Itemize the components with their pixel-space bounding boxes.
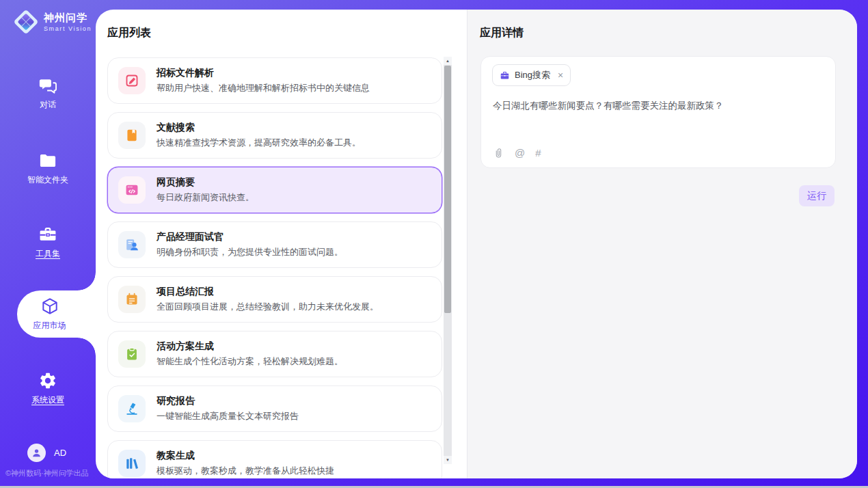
sidebar-item-system-settings[interactable]: 系统设置 — [0, 368, 96, 409]
person-icon — [31, 447, 42, 459]
app-description: 帮助用户快速、准确地理解和解析招标书中的关键信息 — [157, 82, 370, 94]
scroll-down-icon[interactable]: ▼ — [444, 456, 452, 464]
brand-logo: 神州问学 Smart Vision — [12, 8, 92, 36]
user-profile[interactable]: AD — [27, 444, 66, 462]
brand-text: 神州问学 Smart Vision — [44, 12, 92, 32]
app-card-web-summary[interactable]: 网页摘要 每日政府新闻资讯快查。 — [107, 167, 442, 213]
gear-icon — [38, 371, 57, 390]
app-card-project-summary-report[interactable]: 项目总结汇报 全面回顾项目进展，总结经验教训，助力未来优化发展。 — [107, 276, 442, 323]
app-list: 招标文件解析 帮助用户快速、准确地理解和解析招标书中的关键信息 文献搜索 快速精… — [107, 57, 442, 478]
app-name: 文献搜索 — [157, 122, 361, 134]
app-description: 全面回顾项目进展，总结经验教训，助力未来优化发展。 — [157, 301, 379, 313]
composer-toolbar: @ # — [493, 147, 541, 159]
sidebar-item-smart-folders[interactable]: 智能文件夹 — [0, 148, 96, 189]
web-code-icon — [118, 176, 146, 204]
app-name: 产品经理面试官 — [157, 231, 343, 243]
app-list-title: 应用列表 — [107, 26, 151, 40]
sidebar: 神州问学 Smart Vision 对话 智能文件夹 工具集 应用市场 系统设置… — [0, 0, 96, 488]
close-icon[interactable]: × — [558, 70, 563, 80]
app-name: 网页摘要 — [157, 176, 254, 189]
mention-icon[interactable]: @ — [515, 148, 525, 158]
chat-icon — [38, 76, 57, 95]
prompt-card: Bing搜索 × 今日湖北有哪些新闻要点？有哪些需要关注的最新政策？ @ # — [480, 56, 836, 168]
app-detail-panel: 应用详情 Bing搜索 × 今日湖北有哪些新闻要点？有哪些需要关注的最新政策？ … — [467, 10, 857, 478]
hashtag-icon[interactable]: # — [535, 148, 541, 158]
sidebar-item-label: 系统设置 — [31, 394, 64, 406]
report-note-icon — [118, 286, 146, 313]
sidebar-item-app-market[interactable]: 应用市场 — [17, 290, 96, 338]
run-button[interactable]: 运行 — [799, 185, 835, 206]
app-card-bid-document-parsing[interactable]: 招标文件解析 帮助用户快速、准确地理解和解析招标书中的关键信息 — [107, 57, 442, 104]
scroll-up-icon[interactable]: ▲ — [444, 57, 452, 65]
app-card-research-report[interactable]: 研究报告 一键智能生成高质量长文本研究报告 — [107, 385, 442, 432]
app-description: 每日政府新闻资讯快查。 — [157, 191, 254, 204]
tool-tag-label: Bing搜索 — [515, 69, 550, 81]
app-window: 神州问学 Smart Vision 对话 智能文件夹 工具集 应用市场 系统设置… — [0, 0, 868, 488]
app-card-event-plan-generation[interactable]: 活动方案生成 智能生成个性化活动方案，轻松解决规划难题。 — [107, 331, 442, 377]
scrollbar[interactable]: ▲ ▼ — [444, 57, 452, 464]
sidebar-item-label: 应用市场 — [33, 320, 66, 331]
app-list-panel: 应用列表 招标文件解析 帮助用户快速、准确地理解和解析招标书中的关键信息 文献搜… — [96, 10, 467, 478]
paperclip-icon[interactable] — [493, 147, 504, 159]
research-icon — [118, 395, 146, 422]
user-initials: AD — [54, 448, 66, 458]
app-card-literature-search[interactable]: 文献搜索 快速精准查找学术资源，提高研究效率的必备工具。 — [107, 112, 442, 159]
toolbox-icon — [38, 225, 57, 244]
app-description: 一键智能生成高质量长文本研究报告 — [157, 410, 299, 422]
clipboard-check-icon — [118, 340, 146, 368]
brand-tagline: Smart Vision — [44, 25, 92, 32]
folder-icon — [38, 151, 57, 170]
app-name: 教案生成 — [157, 450, 334, 462]
brand-name: 神州问学 — [44, 12, 92, 24]
app-name: 活动方案生成 — [157, 340, 343, 353]
app-card-pm-interviewer[interactable]: 产品经理面试官 明确身份和职责，为您提供专业性的面试问题。 — [107, 221, 442, 268]
app-detail-title: 应用详情 — [480, 26, 524, 40]
app-name: 项目总结汇报 — [157, 286, 379, 298]
query-input[interactable]: 今日湖北有哪些新闻要点？有哪些需要关注的最新政策？ — [493, 99, 824, 113]
briefcase-icon — [500, 70, 510, 81]
app-description: 明确身份和职责，为您提供专业性的面试问题。 — [157, 246, 343, 258]
brand-logo-icon — [12, 8, 40, 36]
copyright: ©神州数码·神州问学出品 — [5, 468, 89, 478]
app-card-lesson-plan-generation[interactable]: 教案生成 模板驱动，教案秒成，教学准备从此轻松快捷 — [107, 440, 442, 478]
app-name: 招标文件解析 — [157, 67, 370, 79]
app-description: 智能生成个性化活动方案，轻松解决规划难题。 — [157, 355, 343, 368]
sidebar-item-toolset[interactable]: 工具集 — [0, 221, 96, 262]
books-icon — [118, 450, 146, 477]
sidebar-item-label: 智能文件夹 — [27, 174, 68, 186]
app-name: 研究报告 — [157, 395, 299, 407]
main-panel: 应用列表 招标文件解析 帮助用户快速、准确地理解和解析招标书中的关键信息 文献搜… — [96, 10, 857, 478]
cube-icon — [40, 297, 59, 316]
app-description: 快速精准查找学术资源，提高研究效率的必备工具。 — [157, 137, 361, 149]
app-description: 模板驱动，教案秒成，教学准备从此轻松快捷 — [157, 465, 334, 477]
scrollbar-thumb[interactable] — [444, 66, 451, 313]
interviewer-icon — [118, 231, 146, 258]
avatar — [27, 444, 46, 462]
document-edit-icon — [118, 67, 146, 94]
book-icon — [118, 122, 146, 149]
sidebar-item-label: 工具集 — [36, 248, 60, 260]
sidebar-item-chat[interactable]: 对话 — [0, 72, 96, 113]
sidebar-item-label: 对话 — [40, 99, 56, 111]
tool-tag-bing-search[interactable]: Bing搜索 × — [492, 64, 571, 86]
